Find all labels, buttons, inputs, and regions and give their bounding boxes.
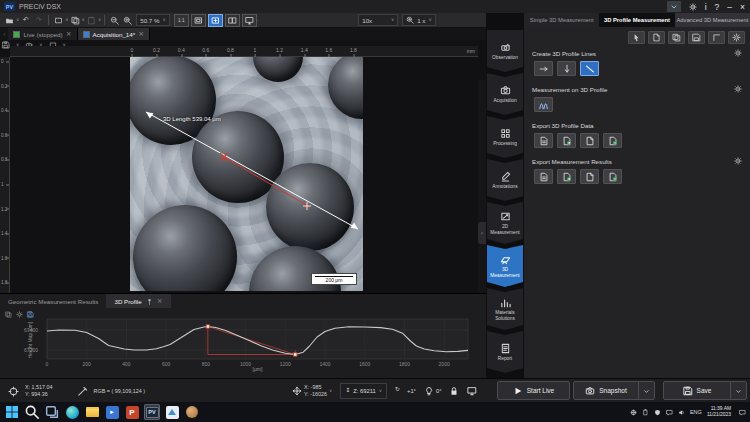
taskbar-preciv-app-icon[interactable]: PV — [144, 404, 160, 420]
collapse-panel-handle[interactable]: ‹ — [478, 222, 486, 244]
chart-settings-icon[interactable] — [16, 310, 23, 318]
workflow-step-acquisition[interactable]: Acquisition — [487, 73, 523, 115]
export-file-green-button[interactable] — [557, 169, 576, 184]
undo-icon: ↶ — [23, 17, 29, 24]
objective-select[interactable]: 10x ∨ — [358, 14, 398, 26]
taskbar-start-icon[interactable] — [4, 404, 20, 420]
horizontal-profile-line-button[interactable] — [534, 61, 553, 76]
minimize-button[interactable]: – — [727, 2, 732, 12]
help-button[interactable]: ? — [715, 2, 720, 12]
split-view-button[interactable] — [225, 14, 240, 27]
illumination-control[interactable]: 0° — [424, 386, 442, 396]
result-tab[interactable]: 3D Profile× — [106, 294, 170, 308]
copy-button[interactable] — [69, 14, 82, 27]
duplicate-file-button[interactable] — [668, 31, 685, 44]
document-tab[interactable]: Live (stopped)× — [8, 28, 77, 40]
document-tab[interactable]: Acquisition_14*× — [78, 28, 151, 40]
section-gear-icon[interactable] — [734, 157, 742, 165]
free-profile-line-button[interactable] — [580, 61, 599, 76]
snapshot-dropdown[interactable] — [638, 382, 654, 399]
close-button[interactable]: × — [740, 2, 745, 12]
taskbar-movies-app-icon[interactable]: ▸ — [104, 404, 120, 420]
workflow-step-annotations[interactable]: Annotations — [487, 159, 523, 201]
network-tray-icon[interactable] — [630, 408, 637, 416]
section-gear-icon[interactable] — [734, 49, 742, 57]
profile-chart[interactable]: 0200400600800100012001400160018002000[μm… — [43, 316, 478, 372]
export-file-lines-button[interactable] — [534, 169, 553, 184]
overview-button[interactable] — [191, 14, 206, 27]
security-tray-icon[interactable] — [654, 408, 661, 416]
workflow-step-3d-measurement[interactable]: 3D Measurement — [487, 245, 523, 287]
export-file-plain-button[interactable] — [580, 133, 599, 148]
gear-button[interactable] — [728, 31, 745, 44]
export-file-plain-button[interactable] — [580, 169, 599, 184]
result-tab[interactable]: Geometric Measurement Results — [0, 294, 106, 308]
copy-file-button[interactable] — [648, 31, 665, 44]
actual-size-button[interactable]: 1:1 — [174, 14, 189, 27]
marquee-select-button[interactable] — [52, 14, 65, 27]
display-control[interactable] — [467, 386, 477, 396]
profile-waveform-button[interactable] — [534, 97, 553, 112]
snapshot-button[interactable]: Snapshot — [573, 381, 655, 400]
workflow-step-observation[interactable]: Observation — [487, 30, 523, 72]
save-view-icon[interactable] — [2, 41, 10, 49]
close-tab-icon[interactable]: × — [138, 31, 144, 38]
ribbon-collapse-button[interactable] — [667, 1, 681, 12]
workflow-step-materials-solutions[interactable]: Materials Solutions — [487, 288, 523, 330]
digital-zoom-select[interactable]: 1 x ∨ — [402, 14, 436, 26]
panel-tab[interactable]: 3D Profile Measurement — [599, 13, 674, 27]
save-file-button[interactable] — [688, 31, 705, 44]
workflow-step-report[interactable]: Report — [487, 331, 523, 373]
measurement-overlay[interactable] — [130, 57, 363, 291]
select-cursor-button[interactable] — [628, 31, 645, 44]
taskbar-photos-icon[interactable] — [164, 404, 180, 420]
chat-tray-icon[interactable] — [666, 408, 673, 416]
corner-angle-button[interactable] — [708, 31, 725, 44]
info-button[interactable]: i — [705, 2, 707, 12]
paste-button[interactable] — [85, 14, 98, 27]
workflow-step-2d-measurement[interactable]: 2D Measurement — [487, 202, 523, 244]
start-live-button[interactable]: Start Live — [497, 381, 570, 400]
taskbar-search-icon[interactable] — [24, 404, 40, 420]
open-file-button[interactable] — [3, 14, 16, 27]
z-position-control[interactable]: ↕ Z: 69211 ∨ — [340, 383, 387, 399]
export-file-green-button[interactable] — [557, 133, 576, 148]
panel-tab[interactable]: Simple 3D Measurement — [524, 13, 599, 27]
rotation-control[interactable]: ↻ +1° — [395, 386, 416, 396]
rotate-icon: ↻ — [395, 387, 400, 393]
workflow-step-processing[interactable]: Processing — [487, 116, 523, 158]
fit-to-window-button[interactable] — [208, 14, 223, 27]
display-monitor-button[interactable] — [242, 14, 257, 27]
export-file-green2-button[interactable] — [603, 133, 622, 148]
undo-button[interactable]: ↶ — [19, 14, 32, 27]
language-indicator[interactable]: ENG — [690, 409, 702, 415]
volume-tray-icon[interactable] — [678, 408, 685, 416]
export-file-lines-button[interactable] — [534, 133, 553, 148]
export-file-green2-button[interactable] — [603, 169, 622, 184]
lock-control[interactable] — [449, 386, 459, 396]
taskbar-edge-icon[interactable] — [64, 404, 80, 420]
tab-scroll-left-icon[interactable]: ‹ — [0, 31, 8, 37]
usb-tray-icon[interactable] — [642, 408, 649, 416]
redo-button[interactable]: ↷ — [32, 14, 45, 27]
taskbar-file-explorer-icon[interactable] — [84, 404, 100, 420]
close-tab-icon[interactable]: × — [66, 31, 72, 38]
close-tab-icon[interactable]: × — [157, 298, 163, 305]
taskbar-task-view-icon[interactable] — [44, 404, 60, 420]
clock[interactable]: 11:39 AM11/21/2023 — [707, 406, 731, 418]
section-gear-icon[interactable] — [734, 85, 742, 93]
taskbar-powerpoint-icon[interactable]: P — [124, 404, 140, 420]
vertical-profile-line-button[interactable] — [557, 61, 576, 76]
zoom-percent-select[interactable]: 50.7 % ∨ — [136, 14, 170, 26]
zoom-out-button[interactable] — [108, 14, 121, 27]
panel-tab[interactable]: Advanced 3D Measurement — [675, 13, 750, 27]
stage-xy-control[interactable]: X: -985Y: -16026 ∨ — [292, 384, 332, 398]
save-dropdown[interactable] — [730, 382, 746, 399]
settings-gear-icon[interactable] — [689, 2, 697, 12]
zoom-in-button[interactable] — [121, 14, 134, 27]
taskbar-paint3d-icon[interactable] — [184, 404, 200, 420]
copy-chart-icon[interactable] — [5, 310, 12, 318]
save-button[interactable]: Save — [663, 381, 747, 400]
microscope-image[interactable]: 3D Length 539.04 μm 200 μm — [130, 57, 363, 291]
notifications-icon[interactable] — [739, 408, 746, 416]
